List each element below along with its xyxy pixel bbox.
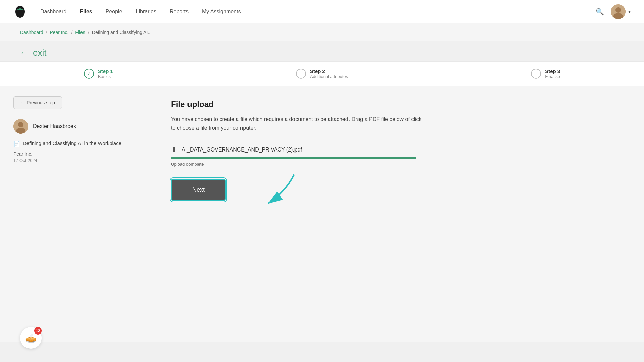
step-3-icon — [531, 69, 541, 79]
sidebar-org: Pear Inc. — [13, 151, 130, 157]
sidebar-avatar — [13, 119, 28, 134]
step-2-text: Step 2 Additional attributes — [310, 68, 348, 79]
navbar: Dashboard Files People Libraries Reports… — [0, 0, 644, 23]
step-2-icon — [296, 69, 306, 79]
sidebar-date: 17 Oct 2024 — [13, 158, 130, 163]
breadcrumb-sep-2: / — [71, 29, 72, 35]
upload-icon: ⬆ — [171, 145, 177, 154]
nav-item-my-assignments[interactable]: My Assignments — [202, 9, 241, 15]
breadcrumb-sep-3: / — [88, 29, 89, 35]
nav-item-people[interactable]: People — [106, 9, 122, 15]
step-1[interactable]: ✓ Step 1 Basics — [20, 68, 177, 79]
sidebar-file-info: 📄 Defining and Classifying AI in the Wor… — [13, 140, 130, 147]
breadcrumb-sep-1: / — [46, 29, 47, 35]
nav-links: Dashboard Files People Libraries Reports… — [40, 9, 596, 15]
avatar — [611, 4, 626, 19]
file-upload-title: File upload — [171, 100, 617, 109]
exit-header: ← exit — [0, 41, 644, 61]
exit-arrow-icon[interactable]: ← — [20, 49, 28, 57]
breadcrumb: Dashboard / Pear Inc. / Files / Defining… — [0, 23, 644, 41]
app-logo[interactable] — [13, 5, 27, 18]
exit-label[interactable]: exit — [33, 48, 46, 58]
upload-status: Upload complete — [171, 162, 617, 167]
breadcrumb-files[interactable]: Files — [75, 29, 85, 35]
breadcrumb-current: Defining and Classifying AI... — [92, 29, 152, 35]
svg-point-2 — [615, 7, 621, 13]
step-sep-2 — [400, 74, 467, 74]
step-progress: ✓ Step 1 Basics Step 2 Additional attrib… — [0, 61, 644, 86]
chevron-down-icon: ▾ — [628, 9, 631, 14]
navbar-right: 🔍 ▾ — [596, 4, 631, 19]
user-menu[interactable]: ▾ — [611, 4, 631, 19]
step-sep-1 — [177, 74, 244, 74]
step-1-desc: Basics — [98, 74, 113, 79]
svg-point-5 — [18, 122, 23, 127]
step-1-icon: ✓ — [84, 69, 94, 79]
step-3[interactable]: Step 3 Finalise — [467, 68, 624, 79]
step-3-name: Step 3 — [545, 68, 560, 74]
content-panel: File upload You have chosen to create a … — [144, 86, 644, 342]
breadcrumb-dashboard[interactable]: Dashboard — [20, 29, 43, 35]
search-button[interactable]: 🔍 — [596, 8, 604, 16]
breadcrumb-pear-inc[interactable]: Pear Inc. — [50, 29, 68, 35]
sidebar-username: Dexter Haasbroek — [33, 123, 76, 129]
step-2-desc: Additional attributes — [310, 74, 348, 79]
file-icon: 📄 — [13, 141, 20, 147]
step-2[interactable]: Step 2 Additional attributes — [244, 68, 400, 79]
upload-row: ⬆ AI_DATA_GOVERNANCE_AND_PRIVACY (2).pdf — [171, 145, 617, 154]
svg-point-0 — [15, 6, 25, 18]
previous-step-button[interactable]: ← Previous step — [13, 96, 62, 109]
upload-filename: AI_DATA_GOVERNANCE_AND_PRIVACY (2).pdf — [182, 147, 302, 153]
nav-item-reports[interactable]: Reports — [170, 9, 189, 15]
notification-logo: 🥧 — [25, 333, 37, 344]
prev-step-label: ← Previous step — [20, 100, 55, 105]
sidebar: ← Previous step Dexter Haasbroek 📄 Defin… — [0, 86, 144, 342]
sidebar-file-title: Defining and Classifying AI in the Workp… — [23, 140, 121, 146]
nav-item-dashboard[interactable]: Dashboard — [40, 9, 66, 15]
sidebar-file-name: 📄 Defining and Classifying AI in the Wor… — [13, 140, 130, 147]
nav-item-libraries[interactable]: Libraries — [136, 9, 156, 15]
step-1-text: Step 1 Basics — [98, 68, 113, 79]
arrow-annotation — [215, 169, 315, 216]
step-1-name: Step 1 — [98, 68, 113, 74]
notification-badge[interactable]: 🥧 12 — [20, 327, 42, 349]
notification-count: 12 — [34, 327, 42, 335]
step-3-desc: Finalise — [545, 74, 560, 79]
sidebar-user: Dexter Haasbroek — [13, 119, 130, 134]
main-content: ← Previous step Dexter Haasbroek 📄 Defin… — [0, 86, 644, 342]
step-3-text: Step 3 Finalise — [545, 68, 560, 79]
nav-item-files[interactable]: Files — [80, 9, 92, 15]
upload-progress-bar — [171, 157, 416, 159]
file-upload-description: You have chosen to create a file which r… — [171, 115, 423, 132]
upload-progress-fill — [171, 157, 416, 159]
step-2-name: Step 2 — [310, 68, 348, 74]
